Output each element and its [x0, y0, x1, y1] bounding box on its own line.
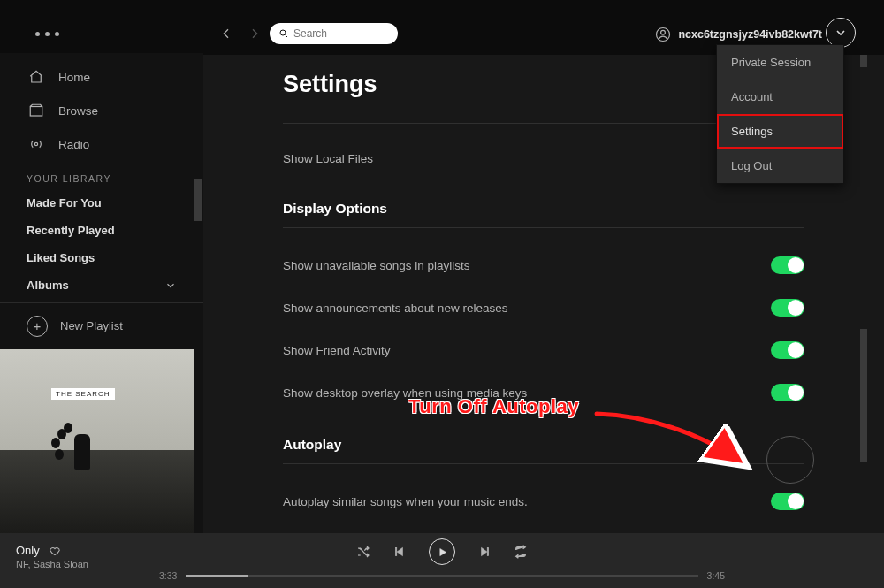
setting-label: Show announcements about new releases: [283, 302, 507, 315]
setting-label: Show Local Files: [283, 152, 373, 165]
svg-marker-8: [439, 548, 446, 555]
repeat-icon[interactable]: [514, 545, 528, 559]
now-playing-artist[interactable]: NF, Sasha Sloan: [16, 559, 88, 569]
setting-label: Autoplay similar songs when your music e…: [283, 495, 528, 508]
heart-icon[interactable]: [49, 545, 61, 557]
svg-rect-10: [487, 547, 488, 555]
library-item-label: Recently Played: [27, 224, 115, 237]
next-icon[interactable]: [478, 546, 491, 558]
menu-item-log-out[interactable]: Log Out: [717, 149, 843, 183]
section-display-options: Display Options: [283, 178, 804, 220]
menu-item-label: Account: [731, 90, 773, 103]
browse-icon: [27, 103, 46, 118]
progress-bar[interactable]: 3:33 3:45: [159, 570, 725, 581]
sidebar-scrollbar[interactable]: [194, 179, 202, 221]
library-item-made-for-you[interactable]: Made For You: [0, 189, 203, 217]
nav-back-button[interactable]: [219, 27, 233, 44]
menu-item-settings[interactable]: Settings: [717, 114, 843, 149]
user-menu-toggle[interactable]: [826, 18, 856, 48]
library-header: YOUR LIBRARY: [0, 161, 203, 189]
user-dropdown-menu: Private Session Account Settings Log Out: [716, 44, 844, 184]
menu-item-private-session[interactable]: Private Session: [717, 45, 843, 80]
sidebar-item-browse[interactable]: Browse: [0, 94, 203, 127]
svg-point-5: [34, 142, 37, 145]
play-button[interactable]: [429, 538, 455, 565]
menu-item-label: Settings: [731, 125, 773, 138]
svg-marker-9: [482, 547, 487, 555]
sidebar-item-label: Home: [58, 71, 90, 84]
library-item-label: Made For You: [27, 196, 102, 210]
toggle-friend-activity[interactable]: [771, 341, 804, 359]
spotify-app: Search ncxc6tzgnsjyz94ivb82kwt7t Home Br…: [0, 0, 884, 588]
library-item-albums[interactable]: Albums: [0, 271, 203, 299]
svg-rect-7: [395, 547, 396, 555]
search-input[interactable]: Search: [270, 23, 398, 44]
home-icon: [27, 69, 46, 85]
menu-item-label: Private Session: [731, 56, 811, 69]
plus-icon: +: [27, 316, 48, 337]
setting-unavailable-songs: Show unavailable songs in playlists: [283, 244, 804, 286]
setting-label: Show Friend Activity: [283, 344, 391, 357]
toggle-announcements[interactable]: [771, 299, 804, 317]
library-item-liked-songs[interactable]: Liked Songs: [0, 244, 203, 271]
search-placeholder: Search: [293, 27, 327, 40]
sidebar-item-label: Browse: [58, 104, 98, 118]
toggle-desktop-overlay[interactable]: [771, 384, 804, 401]
album-art-caption: THE SEARCH: [51, 388, 115, 400]
nav-forward-button[interactable]: [248, 27, 262, 44]
now-playing-bar: Only NF, Sasha Sloan 3:33 3:45: [0, 533, 884, 588]
total-time: 3:45: [707, 570, 725, 581]
svg-point-0: [280, 30, 286, 35]
menu-ellipsis-icon[interactable]: [35, 32, 59, 36]
setting-announcements: Show announcements about new releases: [283, 286, 804, 329]
user-icon: [655, 27, 671, 42]
divider: [283, 227, 804, 228]
shuffle-icon[interactable]: [356, 545, 370, 559]
setting-label: Show unavailable songs in playlists: [283, 259, 470, 272]
library-item-label: Liked Songs: [27, 251, 95, 264]
svg-line-1: [286, 35, 288, 38]
svg-marker-6: [397, 547, 402, 555]
search-icon: [278, 28, 289, 39]
now-playing-info: Only NF, Sasha Sloan: [16, 544, 88, 569]
chevron-down-icon: [834, 26, 848, 40]
toggle-autoplay[interactable]: [771, 493, 804, 510]
now-playing-album-art[interactable]: THE SEARCH: [0, 349, 194, 533]
setting-friend-activity: Show Friend Activity: [283, 329, 804, 371]
user-name-label: ncxc6tzgnsjyz94ivb82kwt7t: [678, 28, 822, 41]
user-button[interactable]: ncxc6tzgnsjyz94ivb82kwt7t: [655, 27, 822, 42]
sidebar-item-radio[interactable]: Radio: [0, 127, 203, 161]
main-scroll-up-icon[interactable]: [860, 55, 867, 67]
toggle-unavailable-songs[interactable]: [771, 256, 804, 274]
menu-item-account[interactable]: Account: [717, 80, 843, 114]
new-playlist-button[interactable]: + New Playlist: [0, 303, 203, 347]
main-scrollbar[interactable]: [860, 329, 867, 462]
svg-point-3: [661, 30, 666, 34]
radio-icon: [27, 136, 46, 152]
svg-rect-4: [30, 107, 42, 117]
library-item-label: Albums: [27, 279, 69, 292]
library-item-recently-played[interactable]: Recently Played: [0, 217, 203, 244]
sidebar-item-home[interactable]: Home: [0, 60, 203, 94]
menu-item-label: Log Out: [731, 159, 772, 172]
sidebar-item-label: Radio: [58, 138, 89, 151]
new-playlist-label: New Playlist: [60, 319, 123, 332]
sidebar: Home Browse Radio YOUR LIBRARY Made For …: [0, 53, 203, 533]
now-playing-title[interactable]: Only: [16, 544, 40, 557]
elapsed-time: 3:33: [159, 570, 177, 581]
playback-controls: 3:33 3:45: [159, 538, 725, 581]
previous-icon[interactable]: [393, 546, 406, 558]
annotation-text: Turn Off Autoplay: [408, 395, 579, 418]
chevron-down-icon: [164, 279, 177, 292]
annotation-arrow-icon: [592, 407, 769, 486]
nav-arrows: [219, 27, 262, 44]
setting-autoplay: Autoplay similar songs when your music e…: [283, 480, 804, 523]
